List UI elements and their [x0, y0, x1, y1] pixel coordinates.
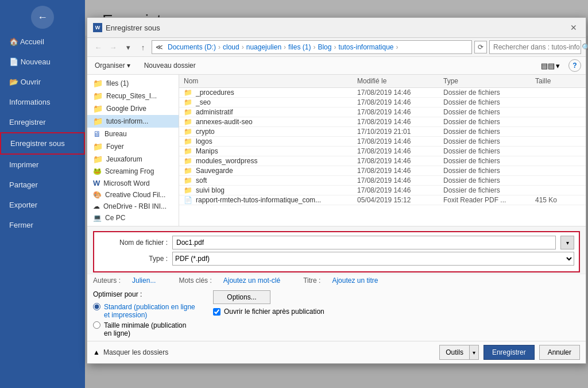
table-row[interactable]: 📁 modules_wordpress 17/08/2019 14:46 Dos… [179, 156, 586, 166]
address-cloud[interactable]: cloud [223, 43, 239, 51]
address-tutos[interactable]: tutos-informatique [338, 43, 393, 51]
table-row[interactable]: 📁 logos 17/08/2019 14:46 Dossier de fich… [179, 137, 586, 147]
radio-standard[interactable] [93, 303, 100, 310]
left-panel-foyer[interactable]: 📁 Foyer [87, 140, 179, 153]
sidebar-item-nouveau[interactable]: 📄 Nouveau [0, 52, 85, 72]
filename-input[interactable] [172, 236, 556, 249]
file-date: 17/08/2019 14:46 [357, 98, 443, 106]
back-nav-button[interactable]: ← [92, 41, 105, 53]
options-button[interactable]: Options... [213, 290, 270, 304]
mots-cles-add[interactable]: Ajoutez un mot-clé [223, 276, 280, 285]
table-row[interactable]: 📁 _procedures 17/08/2019 14:46 Dossier d… [179, 88, 586, 98]
sidebar-item-fermer[interactable]: Fermer [0, 215, 85, 235]
left-panel-label: Creative Cloud Fil... [105, 191, 165, 199]
left-panel-files1[interactable]: 📁 files (1) [87, 77, 179, 90]
recent-nav-button[interactable]: ▾ [122, 41, 134, 53]
filename-label: Nom de fichier : [99, 239, 168, 247]
header-modifie[interactable]: Modifié le [357, 76, 443, 86]
left-panel-label: Google Drive [106, 105, 146, 113]
meta-row: Auteurs : Julien... Mots clés : Ajoutez … [87, 274, 586, 287]
table-row[interactable]: 📁 _seo 17/08/2019 14:46 Dossier de fichi… [179, 98, 586, 107]
table-row[interactable]: 📁 Manips 17/08/2019 14:46 Dossier de fic… [179, 147, 586, 156]
footer-left: ▲ Masquer les dossiers [93, 348, 168, 356]
file-icon: 📁 [184, 167, 192, 175]
open-after-publish-checkbox[interactable] [213, 308, 220, 316]
sidebar-item-imprimer[interactable]: Imprimer [0, 155, 85, 175]
left-panel-googledrive[interactable]: 📁 Google Drive [87, 102, 179, 115]
search-box[interactable]: 🔍 [489, 40, 581, 54]
radio-minimal[interactable] [93, 321, 100, 329]
left-panel-creativecloud[interactable]: 🎨 Creative Cloud Fil... [87, 189, 179, 201]
radio-minimal-label: Taille minimale (publication en ligne) [104, 321, 196, 337]
table-row[interactable]: 📁 suivi blog 17/08/2019 14:46 Dossier de… [179, 186, 586, 195]
header-taille[interactable]: Taille [535, 76, 581, 86]
titre-add[interactable]: Ajoutez un titre [332, 276, 378, 285]
auteurs-label: Auteurs : [93, 276, 121, 285]
footer-right: Outils ▾ Enregistrer Annuler [439, 345, 580, 360]
header-type[interactable]: Type [443, 76, 535, 86]
filename-dropdown-arrow[interactable]: ▾ [560, 236, 574, 249]
table-row[interactable]: 📁 Sauvegarde 17/08/2019 14:46 Dossier de… [179, 166, 586, 176]
view-button[interactable]: ▤▤ ▾ [538, 60, 563, 72]
file-type: Dossier de fichiers [443, 167, 535, 175]
file-name: annexes-audit-seo [196, 118, 253, 126]
sidebar-item-enregistrer[interactable]: Enregistrer [0, 112, 85, 132]
left-panel: 📁 files (1) 📁 Recup_Sites_I... 📁 Google … [87, 75, 179, 226]
left-panel-recup[interactable]: 📁 Recup_Sites_I... [87, 90, 179, 102]
sidebar-item-ouvrir[interactable]: 📂 Ouvrir [0, 72, 85, 92]
refresh-button[interactable]: ⟳ [474, 41, 487, 53]
left-panel-screaming-frog[interactable]: 🐸 Screaming Frog [87, 166, 179, 177]
accueil-icon: 🏠 [9, 37, 18, 46]
table-row[interactable]: 📁 soft 17/08/2019 14:46 Dossier de fichi… [179, 176, 586, 186]
address-documents[interactable]: Documents (D:) [168, 43, 216, 51]
enregistrer-button[interactable]: Enregistrer [483, 345, 535, 360]
file-list-header: Nom Modifié le Type Taille [179, 75, 586, 88]
filetype-select[interactable]: PDF (*.pdf) [172, 252, 574, 266]
view-dropdown-icon: ▾ [556, 62, 560, 70]
file-name: modules_wordpress [196, 157, 257, 165]
auteurs-value[interactable]: Julien... [132, 276, 156, 285]
file-icon: 📁 [184, 89, 192, 97]
table-row[interactable]: 📄 rapport-rmtech-tutos-informatique_com.… [179, 195, 586, 205]
back-nav-icon: ← [95, 43, 102, 52]
table-row[interactable]: 📁 annexes-audit-seo 17/08/2019 14:46 Dos… [179, 117, 586, 127]
organize-button[interactable]: Organiser ▾ [92, 60, 133, 71]
address-icon: ≪ [156, 43, 163, 51]
view-icon: ▤▤ [541, 62, 555, 70]
search-input[interactable] [493, 43, 579, 51]
annuler-button[interactable]: Annuler [539, 345, 580, 360]
file-name: Sauvegarde [196, 167, 233, 175]
up-nav-button[interactable]: ↑ [137, 41, 149, 53]
sidebar-item-accueil[interactable]: 🏠 Accueil [0, 32, 85, 52]
address-blog[interactable]: Blog [318, 43, 331, 51]
file-icon: 📁 [184, 147, 192, 155]
masquer-dossiers-btn[interactable]: Masquer les dossiers [103, 348, 168, 356]
forward-nav-button[interactable]: → [107, 41, 119, 53]
left-panel-jeuxaforum[interactable]: 📁 Jeuxaforum [87, 153, 179, 166]
left-panel-label: files (1) [106, 79, 129, 87]
left-panel-bureau[interactable]: 🖥 Bureau [87, 128, 179, 140]
sidebar-item-informations[interactable]: Informations [0, 92, 85, 112]
sidebar-item-exporter[interactable]: Exporter [0, 195, 85, 215]
folder-icon: 📁 [93, 91, 103, 101]
address-nuagejulien[interactable]: nuagejulien [246, 43, 281, 51]
table-row[interactable]: 📁 crypto 17/10/2019 21:01 Dossier de fic… [179, 127, 586, 137]
left-panel-cepc[interactable]: 💻 Ce PC [87, 212, 179, 224]
left-panel-tutos[interactable]: 📁 tutos-inform... [87, 115, 179, 128]
table-row[interactable]: 📁 administratif 17/08/2019 14:46 Dossier… [179, 107, 586, 117]
address-bar[interactable]: ≪ Documents (D:) › cloud › nuagejulien ›… [152, 40, 472, 54]
new-folder-button[interactable]: Nouveau dossier [139, 60, 201, 71]
tools-button[interactable]: Outils ▾ [439, 345, 479, 360]
address-files[interactable]: files (1) [288, 43, 311, 51]
backstage-back-button[interactable]: ← [31, 6, 54, 29]
word-app-icon: W [93, 23, 102, 32]
file-type: Dossier de fichiers [443, 137, 535, 145]
left-panel-onedrive[interactable]: ☁ OneDrive - RBI INI... [87, 201, 179, 212]
header-nom[interactable]: Nom [184, 76, 357, 86]
help-button[interactable]: ? [568, 59, 581, 72]
dialog-close-button[interactable]: ✕ [567, 21, 580, 34]
file-name-cell: 📁 modules_wordpress [184, 157, 357, 165]
sidebar-item-partager[interactable]: Partager [0, 175, 85, 195]
sidebar-item-enregistrer-sous[interactable]: Enregistrer sous [0, 132, 85, 155]
left-panel-msword[interactable]: W Microsoft Word [87, 177, 179, 189]
